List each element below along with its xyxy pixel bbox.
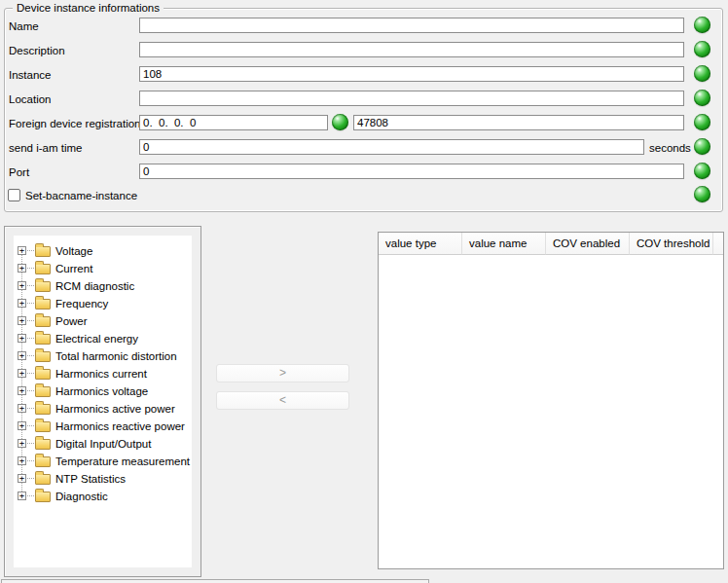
send-iam-time-input[interactable] — [139, 139, 644, 155]
instance-input[interactable] — [139, 66, 684, 82]
tree-item-harmonics-current[interactable]: + Harmonics current — [14, 365, 192, 383]
folder-icon — [35, 264, 51, 274]
expand-plus-icon[interactable]: + — [18, 334, 26, 343]
device-instance-groupbox: Device instance informations — [4, 8, 723, 212]
port-input[interactable] — [139, 164, 684, 179]
table-header: value type value name COV enabled COV th… — [379, 233, 723, 255]
expand-plus-icon[interactable]: + — [18, 316, 26, 325]
foreign-device-registration-label: Foreign device registration — [9, 116, 141, 131]
name-input[interactable] — [139, 18, 684, 33]
tree-item-voltage[interactable]: + Voltage — [14, 242, 192, 260]
send-iam-time-label: send i-am time — [9, 140, 82, 156]
tree-item-frequency[interactable]: + Frequency — [14, 295, 192, 312]
send-iam-status-led-icon — [694, 138, 710, 155]
measurement-tree[interactable]: + Voltage + Current + RCM diagnostic + F… — [14, 236, 192, 567]
tree-item-total-harmonic-distortion[interactable]: + Total harmonic distortion — [14, 347, 192, 365]
column-header-value-name[interactable]: value name — [462, 233, 546, 255]
description-input[interactable] — [139, 42, 684, 57]
column-header-value-type[interactable]: value type — [379, 233, 462, 255]
foreign-status-led-icon — [694, 114, 710, 130]
expand-plus-icon[interactable]: + — [18, 264, 26, 273]
set-bacname-instance-checkbox[interactable] — [8, 189, 20, 201]
folder-icon — [35, 246, 51, 257]
table-body-empty[interactable] — [379, 255, 723, 568]
set-bacname-instance-label: Set-bacname-instance — [25, 189, 137, 202]
cutoff-bottom-panel — [1, 579, 429, 583]
tree-item-harmonics-reactive-power[interactable]: + Harmonics reactive power — [14, 418, 192, 435]
name-label: Name — [9, 18, 39, 34]
measurement-tree-panel: + Voltage + Current + RCM diagnostic + F… — [4, 226, 201, 577]
tree-item-diagnostic[interactable]: + Diagnostic — [14, 488, 192, 505]
foreign-ip-input[interactable] — [139, 115, 328, 130]
expand-plus-icon[interactable]: + — [18, 456, 26, 465]
column-header-filler — [713, 233, 723, 255]
name-status-led-icon — [694, 17, 710, 33]
remove-from-table-button[interactable]: < — [216, 391, 349, 410]
description-status-led-icon — [694, 41, 710, 57]
folder-icon — [35, 334, 51, 345]
foreign-port-input[interactable] — [353, 115, 684, 130]
port-status-led-icon — [694, 163, 710, 179]
device-config-window: { "window": { "background": "#f0f0f0", "… — [0, 0, 728, 583]
folder-icon — [35, 299, 51, 310]
tree-item-current[interactable]: + Current — [14, 260, 192, 277]
add-to-table-button[interactable]: > — [216, 364, 349, 383]
description-label: Description — [9, 43, 65, 58]
expand-plus-icon[interactable]: + — [18, 281, 26, 290]
foreign-ip-status-led-icon — [332, 114, 348, 130]
port-label: Port — [9, 164, 29, 180]
expand-plus-icon[interactable]: + — [18, 492, 26, 500]
expand-plus-icon[interactable]: + — [18, 351, 26, 360]
cov-value-table: value type value name COV enabled COV th… — [378, 232, 724, 569]
folder-icon — [35, 316, 51, 327]
folder-icon — [35, 421, 51, 432]
tree-item-power[interactable]: + Power — [14, 312, 192, 330]
folder-icon — [35, 386, 51, 397]
seconds-unit-label: seconds — [649, 140, 691, 156]
tree-item-rcm-diagnostic[interactable]: + RCM diagnostic — [14, 277, 192, 295]
folder-icon — [35, 492, 51, 502]
expand-plus-icon[interactable]: + — [18, 369, 26, 378]
folder-icon — [35, 439, 51, 450]
tree-item-harmonics-voltage[interactable]: + Harmonics voltage — [14, 383, 192, 400]
groupbox-title: Device instance informations — [13, 2, 164, 14]
column-header-cov-enabled[interactable]: COV enabled — [546, 233, 630, 255]
folder-icon — [35, 281, 51, 292]
expand-plus-icon[interactable]: + — [18, 474, 26, 483]
tree-item-harmonics-active-power[interactable]: + Harmonics active power — [14, 400, 192, 418]
expand-plus-icon[interactable]: + — [18, 299, 26, 308]
expand-plus-icon[interactable]: + — [18, 421, 26, 430]
tree-item-temperature-measurement[interactable]: + Temperature measurement — [14, 453, 192, 470]
expand-plus-icon[interactable]: + — [18, 386, 26, 395]
folder-icon — [35, 456, 51, 467]
tree-item-electrical-energy[interactable]: + Electrical energy — [14, 330, 192, 347]
folder-icon — [35, 474, 51, 485]
folder-icon — [35, 369, 51, 380]
expand-plus-icon[interactable]: + — [18, 404, 26, 413]
location-status-led-icon — [694, 90, 710, 106]
instance-label: Instance — [9, 67, 51, 83]
folder-icon — [35, 351, 51, 362]
expand-plus-icon[interactable]: + — [18, 439, 26, 448]
location-label: Location — [9, 91, 51, 107]
bacname-status-led-icon — [694, 186, 710, 202]
column-header-cov-threshold[interactable]: COV threshold — [630, 233, 713, 255]
location-input[interactable] — [139, 91, 684, 106]
tree-item-ntp-statistics[interactable]: + NTP Statistics — [14, 470, 192, 488]
expand-plus-icon[interactable]: + — [18, 246, 26, 255]
tree-item-digital-input-output[interactable]: + Digital Input/Output — [14, 435, 192, 453]
folder-icon — [35, 404, 51, 415]
instance-status-led-icon — [694, 65, 710, 82]
